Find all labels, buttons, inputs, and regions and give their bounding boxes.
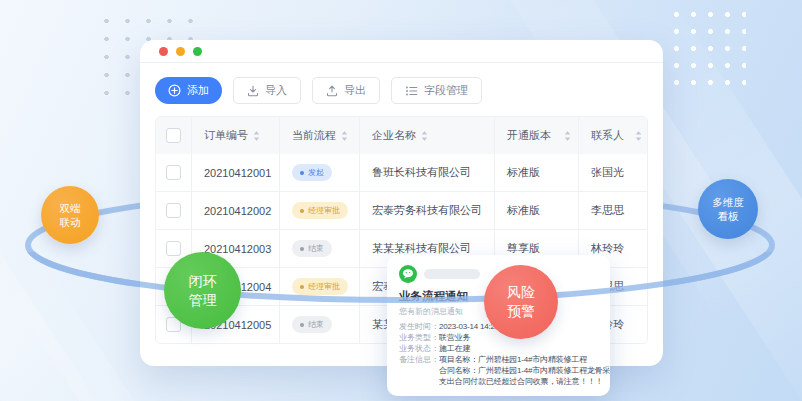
flow-status-badge: 经理审批 (292, 278, 348, 295)
flow-status-badge: 结束 (292, 316, 332, 333)
contact-cell: 李思思 (578, 192, 647, 229)
window-close-icon[interactable] (159, 47, 168, 56)
table-header-row: 订单编号 当前流程 企业名称 开通版本 (156, 117, 647, 154)
import-button-label: 导入 (265, 83, 287, 98)
select-all-checkbox[interactable] (166, 128, 181, 143)
field-value: 施工在建 (439, 343, 470, 354)
order-cell: 20210412002 (191, 192, 279, 229)
flow-cell: 发起 (279, 154, 359, 191)
flow-cell: 经理审批 (279, 192, 359, 229)
sort-icon (564, 131, 571, 141)
badge-label: 预警 (507, 302, 535, 321)
field-label: 发生时间： (399, 321, 439, 332)
table-row[interactable]: 20210412001 发起 鲁班长科技有限公司 标准版 张国光 (156, 154, 647, 191)
notification-field-row: 合同名称：广州碧桂园1-4#市内精装修工程龙骨采购合同 (399, 365, 600, 376)
background: 添加 导入 导出 (0, 0, 802, 401)
flow-status-label: 结束 (308, 245, 324, 253)
status-dot-icon (300, 247, 304, 251)
field-label: 备注信息： (399, 354, 439, 365)
flow-cell: 经理审批 (279, 268, 359, 305)
flow-status-label: 发起 (308, 169, 324, 177)
flow-status-badge: 经理审批 (292, 202, 348, 219)
column-header-order[interactable]: 订单编号 (191, 117, 279, 154)
flow-cell: 结束 (279, 306, 359, 343)
row-checkbox[interactable] (166, 241, 181, 256)
badge-dual-link: 双端 联动 (41, 186, 99, 244)
contact-cell: 张国光 (578, 154, 647, 191)
badge-label: 双端 (60, 201, 81, 215)
column-header-flow[interactable]: 当前流程 (279, 117, 359, 154)
list-icon (405, 85, 418, 97)
badge-label: 看板 (718, 209, 739, 223)
badge-label: 风险 (507, 283, 535, 302)
column-header-label: 订单编号 (204, 128, 248, 143)
row-checkbox[interactable] (166, 203, 181, 218)
circle-plus-icon (168, 84, 181, 97)
window-zoom-icon[interactable] (193, 47, 202, 56)
dot-grid-decoration (668, 6, 746, 94)
sort-icon (253, 131, 260, 141)
add-button[interactable]: 添加 (155, 77, 222, 104)
badge-multi-dashboard: 多维度 看板 (698, 179, 758, 239)
add-button-label: 添加 (187, 83, 209, 98)
column-header-label: 开通版本 (507, 128, 551, 143)
company-cell: 鲁班长科技有限公司 (359, 154, 494, 191)
field-value: 合同名称：广州碧桂园1-4#市内精装修工程龙骨采购合同 (439, 365, 610, 376)
placeholder-bar (424, 269, 480, 279)
export-button-label: 导出 (344, 83, 366, 98)
badge-label: 联动 (60, 215, 81, 229)
company-cell: 宏泰劳务科技有限公司 (359, 192, 494, 229)
toolbar: 添加 导入 导出 (155, 77, 648, 104)
column-header-label: 企业名称 (372, 128, 416, 143)
window-header (140, 40, 663, 63)
field-label (399, 365, 439, 376)
column-header-company[interactable]: 企业名称 (359, 117, 494, 154)
notification-field-row: 备注信息：项目名称：广州碧桂园1-4#市内精装修工程 (399, 354, 600, 365)
version-cell: 标准版 (494, 154, 578, 191)
badge-label: 闭环 (189, 272, 217, 291)
flow-status-label: 经理审批 (308, 283, 340, 291)
upload-icon (326, 85, 338, 97)
sort-icon (421, 131, 428, 141)
version-cell: 标准版 (494, 192, 578, 229)
flow-status-label: 经理审批 (308, 207, 340, 215)
sort-icon (341, 131, 348, 141)
field-value: 联营业务 (439, 332, 470, 343)
badge-label: 多维度 (712, 195, 744, 209)
flow-status-badge: 结束 (292, 240, 332, 257)
row-checkbox[interactable] (166, 165, 181, 180)
flow-status-badge: 发起 (292, 164, 332, 181)
window-minimize-icon[interactable] (176, 47, 185, 56)
badge-closed-loop: 闭环 管理 (164, 252, 241, 329)
order-cell: 20210412001 (191, 154, 279, 191)
wechat-icon (399, 265, 417, 283)
status-dot-icon (300, 171, 304, 175)
status-dot-icon (300, 209, 304, 213)
badge-risk-warning: 风险 预警 (484, 265, 558, 339)
sort-icon (635, 131, 642, 141)
download-icon (247, 85, 259, 97)
field-manage-button[interactable]: 字段管理 (391, 77, 482, 104)
column-header-version[interactable]: 开通版本 (494, 117, 578, 154)
badge-label: 管理 (189, 291, 217, 310)
notification-field-row: 业务状态：施工在建 (399, 343, 600, 354)
notification-field-row: 支出合同付款已经超过合同收票，请注意！！！ (399, 376, 600, 387)
field-value: 支出合同付款已经超过合同收票，请注意！！！ (439, 376, 603, 387)
table-row[interactable]: 20210412002 经理审批 宏泰劳务科技有限公司 标准版 李思思 (156, 191, 647, 229)
field-label (399, 376, 439, 387)
status-dot-icon (300, 323, 304, 327)
field-manage-button-label: 字段管理 (424, 83, 468, 98)
export-button[interactable]: 导出 (312, 77, 380, 104)
field-label: 业务状态： (399, 343, 439, 354)
field-value: 项目名称：广州碧桂园1-4#市内精装修工程 (439, 354, 587, 365)
column-header-label: 当前流程 (292, 128, 336, 143)
status-dot-icon (300, 285, 304, 289)
flow-cell: 结束 (279, 230, 359, 267)
import-button[interactable]: 导入 (233, 77, 301, 104)
notification-field-row: 业务类型：联营业务 (399, 332, 600, 343)
column-header-label: 联系人 (591, 128, 624, 143)
flow-status-label: 结束 (308, 321, 324, 329)
column-header-contact[interactable]: 联系人 (578, 117, 647, 154)
field-label: 业务类型： (399, 332, 439, 343)
